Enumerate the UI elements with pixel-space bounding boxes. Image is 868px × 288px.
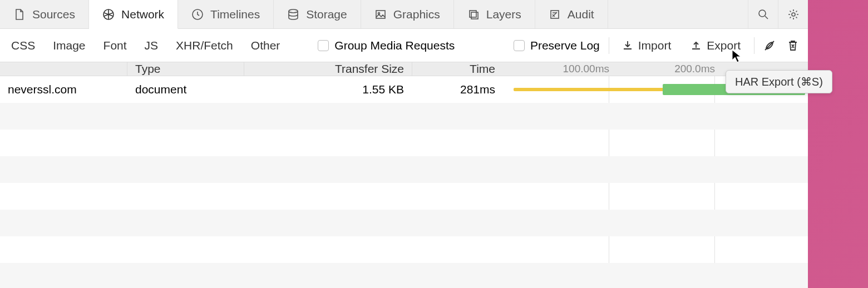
table-row xyxy=(0,210,808,236)
table-row xyxy=(0,183,808,210)
table-row xyxy=(0,236,808,263)
database-icon xyxy=(287,8,299,21)
filter-js[interactable]: JS xyxy=(137,37,166,54)
clear-button[interactable] xyxy=(781,36,805,56)
devtools-panel: Sources Network Timelines Storage Graphi… xyxy=(0,0,808,288)
divider xyxy=(609,37,609,54)
tab-graphics[interactable]: Graphics xyxy=(361,0,454,28)
tab-label: Audit xyxy=(568,8,594,21)
tab-label: Timelines xyxy=(210,8,260,21)
svg-point-8 xyxy=(759,10,766,17)
group-media-checkbox[interactable]: Group Media Requests xyxy=(312,39,460,52)
col-header-transfer-size[interactable]: Transfer Size xyxy=(244,62,412,76)
cell-name: neverssl.com xyxy=(0,83,127,96)
import-button[interactable]: Import xyxy=(613,36,682,56)
table-row xyxy=(0,103,808,130)
table-header-row: Type Transfer Size Time 100.00ms 200.0ms xyxy=(0,62,808,76)
gear-icon xyxy=(787,8,800,21)
col-header-time[interactable]: Time xyxy=(412,62,503,76)
network-icon xyxy=(102,8,115,21)
tab-sources[interactable]: Sources xyxy=(0,0,89,28)
tab-label: Layers xyxy=(486,8,521,21)
time-tick-label: 100.00ms xyxy=(563,63,609,75)
image-icon xyxy=(374,8,387,21)
tab-audit[interactable]: Audit xyxy=(535,0,608,28)
filter-font[interactable]: Font xyxy=(96,37,135,54)
checkbox-box xyxy=(514,40,525,51)
time-tick-label: 200.0ms xyxy=(674,63,715,75)
requests-table: Type Transfer Size Time 100.00ms 200.0ms… xyxy=(0,62,808,288)
export-tooltip: HAR Export (⌘S) xyxy=(726,70,832,93)
download-icon xyxy=(623,40,633,51)
table-row xyxy=(0,130,808,156)
clock-icon xyxy=(191,8,204,21)
tab-storage[interactable]: Storage xyxy=(274,0,361,28)
table-row xyxy=(0,156,808,183)
cell-time: 281ms xyxy=(412,83,503,96)
tab-bar: Sources Network Timelines Storage Graphi… xyxy=(0,0,808,29)
layers-icon xyxy=(467,8,480,21)
table-row[interactable]: neverssl.com document 1.55 KB 281ms xyxy=(0,76,808,103)
tab-layers[interactable]: Layers xyxy=(454,0,535,28)
disable-cache-button[interactable] xyxy=(758,36,781,56)
tab-label: Graphics xyxy=(393,8,440,21)
tab-label: Sources xyxy=(32,8,75,21)
network-toolbar: CSS Image Font JS XHR/Fetch Other Group … xyxy=(0,29,808,62)
table-body: neverssl.com document 1.55 KB 281ms xyxy=(0,76,808,288)
document-icon xyxy=(13,8,26,21)
trash-icon xyxy=(787,39,798,52)
tab-label: Network xyxy=(121,8,164,21)
tab-network[interactable]: Network xyxy=(89,0,178,29)
svg-rect-6 xyxy=(471,12,478,19)
filter-other[interactable]: Other xyxy=(243,37,288,54)
checkbox-label: Preserve Log xyxy=(530,39,600,52)
cell-size: 1.55 KB xyxy=(244,83,412,96)
checkbox-box xyxy=(318,40,329,51)
button-label: Import xyxy=(638,39,672,52)
upload-icon xyxy=(691,40,701,51)
export-button[interactable]: Export xyxy=(681,36,751,56)
waterfall-wait-bar xyxy=(514,88,664,91)
svg-rect-3 xyxy=(376,11,385,18)
settings-button[interactable] xyxy=(778,0,808,28)
tab-label: Storage xyxy=(306,8,347,21)
filter-image[interactable]: Image xyxy=(45,37,93,54)
checkbox-label: Group Media Requests xyxy=(334,39,455,52)
cell-type: document xyxy=(127,83,244,96)
filter-css[interactable]: CSS xyxy=(3,37,43,54)
svg-point-9 xyxy=(792,13,795,16)
preserve-log-checkbox[interactable]: Preserve Log xyxy=(508,39,605,52)
svg-rect-5 xyxy=(470,11,476,17)
divider xyxy=(754,37,754,54)
filter-xhr-fetch[interactable]: XHR/Fetch xyxy=(168,37,241,54)
table-row xyxy=(0,263,808,288)
col-header-type[interactable]: Type xyxy=(127,62,244,76)
search-icon xyxy=(758,9,769,20)
audit-icon xyxy=(549,8,561,21)
leaf-slash-icon xyxy=(763,39,776,52)
tab-timelines[interactable]: Timelines xyxy=(178,0,274,28)
search-button[interactable] xyxy=(748,0,778,28)
button-label: Export xyxy=(707,39,741,52)
svg-point-2 xyxy=(289,9,298,13)
